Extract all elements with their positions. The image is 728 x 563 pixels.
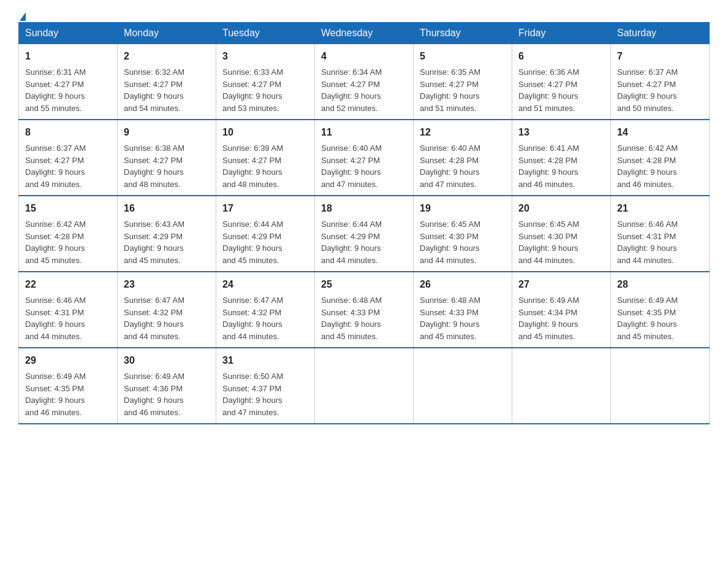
empty-day-cell: [512, 348, 611, 424]
day-number: 20: [518, 201, 604, 216]
day-cell: 21Sunrise: 6:46 AMSunset: 4:31 PMDayligh…: [611, 196, 710, 272]
day-info: Sunrise: 6:49 AMSunset: 4:35 PMDaylight:…: [617, 294, 703, 342]
weekday-header-row: SundayMondayTuesdayWednesdayThursdayFrid…: [19, 23, 710, 44]
day-info: Sunrise: 6:47 AMSunset: 4:32 PMDaylight:…: [124, 294, 210, 342]
day-number: 9: [124, 125, 210, 140]
day-info: Sunrise: 6:47 AMSunset: 4:32 PMDaylight:…: [222, 294, 308, 342]
day-number: 27: [518, 277, 604, 292]
day-cell: 3Sunrise: 6:33 AMSunset: 4:27 PMDaylight…: [216, 44, 315, 120]
calendar-week-row: 15Sunrise: 6:42 AMSunset: 4:28 PMDayligh…: [19, 196, 710, 272]
day-number: 11: [321, 125, 407, 140]
day-number: 24: [222, 277, 308, 292]
day-number: 6: [518, 49, 604, 64]
day-cell: 1Sunrise: 6:31 AMSunset: 4:27 PMDaylight…: [19, 44, 118, 120]
day-info: Sunrise: 6:43 AMSunset: 4:29 PMDaylight:…: [124, 218, 210, 266]
day-number: 2: [124, 49, 210, 64]
day-info: Sunrise: 6:37 AMSunset: 4:27 PMDaylight:…: [25, 142, 111, 190]
day-number: 29: [25, 353, 111, 368]
day-info: Sunrise: 6:31 AMSunset: 4:27 PMDaylight:…: [25, 66, 111, 114]
day-cell: 11Sunrise: 6:40 AMSunset: 4:27 PMDayligh…: [315, 120, 414, 196]
page-header: [18, 12, 710, 16]
day-number: 30: [124, 353, 210, 368]
day-info: Sunrise: 6:38 AMSunset: 4:27 PMDaylight:…: [124, 142, 210, 190]
day-cell: 6Sunrise: 6:36 AMSunset: 4:27 PMDaylight…: [512, 44, 611, 120]
logo-triangle-icon: [20, 12, 26, 21]
day-cell: 16Sunrise: 6:43 AMSunset: 4:29 PMDayligh…: [118, 196, 216, 272]
day-cell: 29Sunrise: 6:49 AMSunset: 4:35 PMDayligh…: [19, 348, 118, 424]
day-info: Sunrise: 6:50 AMSunset: 4:37 PMDaylight:…: [222, 370, 308, 418]
day-cell: 5Sunrise: 6:35 AMSunset: 4:27 PMDaylight…: [414, 44, 512, 120]
empty-day-cell: [611, 348, 710, 424]
day-info: Sunrise: 6:45 AMSunset: 4:30 PMDaylight:…: [420, 218, 506, 266]
day-info: Sunrise: 6:34 AMSunset: 4:27 PMDaylight:…: [321, 66, 407, 114]
day-info: Sunrise: 6:39 AMSunset: 4:27 PMDaylight:…: [222, 142, 308, 190]
day-info: Sunrise: 6:49 AMSunset: 4:34 PMDaylight:…: [518, 294, 604, 342]
day-info: Sunrise: 6:46 AMSunset: 4:31 PMDaylight:…: [617, 218, 703, 266]
weekday-header-monday: Monday: [118, 23, 216, 44]
day-cell: 24Sunrise: 6:47 AMSunset: 4:32 PMDayligh…: [216, 272, 315, 348]
day-info: Sunrise: 6:44 AMSunset: 4:29 PMDaylight:…: [321, 218, 407, 266]
weekday-header-saturday: Saturday: [611, 23, 710, 44]
day-info: Sunrise: 6:42 AMSunset: 4:28 PMDaylight:…: [617, 142, 703, 190]
calendar-week-row: 1Sunrise: 6:31 AMSunset: 4:27 PMDaylight…: [19, 44, 710, 120]
day-number: 15: [25, 201, 111, 216]
day-number: 16: [124, 201, 210, 216]
day-cell: 13Sunrise: 6:41 AMSunset: 4:28 PMDayligh…: [512, 120, 611, 196]
day-cell: 19Sunrise: 6:45 AMSunset: 4:30 PMDayligh…: [414, 196, 512, 272]
day-cell: 31Sunrise: 6:50 AMSunset: 4:37 PMDayligh…: [216, 348, 315, 424]
empty-day-cell: [414, 348, 512, 424]
day-number: 28: [617, 277, 703, 292]
day-cell: 25Sunrise: 6:48 AMSunset: 4:33 PMDayligh…: [315, 272, 414, 348]
day-info: Sunrise: 6:40 AMSunset: 4:27 PMDaylight:…: [321, 142, 407, 190]
day-number: 4: [321, 49, 407, 64]
day-number: 12: [420, 125, 506, 140]
calendar-table: SundayMondayTuesdayWednesdayThursdayFrid…: [18, 22, 710, 424]
day-number: 26: [420, 277, 506, 292]
weekday-header-sunday: Sunday: [19, 23, 118, 44]
day-number: 8: [25, 125, 111, 140]
day-cell: 4Sunrise: 6:34 AMSunset: 4:27 PMDaylight…: [315, 44, 414, 120]
day-cell: 22Sunrise: 6:46 AMSunset: 4:31 PMDayligh…: [19, 272, 118, 348]
weekday-header-wednesday: Wednesday: [315, 23, 414, 44]
day-cell: 17Sunrise: 6:44 AMSunset: 4:29 PMDayligh…: [216, 196, 315, 272]
day-info: Sunrise: 6:49 AMSunset: 4:35 PMDaylight:…: [25, 370, 111, 418]
day-cell: 23Sunrise: 6:47 AMSunset: 4:32 PMDayligh…: [118, 272, 216, 348]
calendar-week-row: 8Sunrise: 6:37 AMSunset: 4:27 PMDaylight…: [19, 120, 710, 196]
day-number: 14: [617, 125, 703, 140]
day-number: 17: [222, 201, 308, 216]
day-cell: 28Sunrise: 6:49 AMSunset: 4:35 PMDayligh…: [611, 272, 710, 348]
day-info: Sunrise: 6:48 AMSunset: 4:33 PMDaylight:…: [420, 294, 506, 342]
day-info: Sunrise: 6:36 AMSunset: 4:27 PMDaylight:…: [518, 66, 604, 114]
weekday-header-friday: Friday: [512, 23, 611, 44]
day-number: 25: [321, 277, 407, 292]
day-info: Sunrise: 6:49 AMSunset: 4:36 PMDaylight:…: [124, 370, 210, 418]
day-cell: 9Sunrise: 6:38 AMSunset: 4:27 PMDaylight…: [118, 120, 216, 196]
day-number: 3: [222, 49, 308, 64]
day-cell: 27Sunrise: 6:49 AMSunset: 4:34 PMDayligh…: [512, 272, 611, 348]
day-cell: 26Sunrise: 6:48 AMSunset: 4:33 PMDayligh…: [414, 272, 512, 348]
day-number: 19: [420, 201, 506, 216]
day-info: Sunrise: 6:41 AMSunset: 4:28 PMDaylight:…: [518, 142, 604, 190]
day-info: Sunrise: 6:44 AMSunset: 4:29 PMDaylight:…: [222, 218, 308, 266]
day-info: Sunrise: 6:35 AMSunset: 4:27 PMDaylight:…: [420, 66, 506, 114]
calendar-week-row: 22Sunrise: 6:46 AMSunset: 4:31 PMDayligh…: [19, 272, 710, 348]
day-number: 23: [124, 277, 210, 292]
day-number: 13: [518, 125, 604, 140]
day-number: 1: [25, 49, 111, 64]
weekday-header-tuesday: Tuesday: [216, 23, 315, 44]
day-info: Sunrise: 6:48 AMSunset: 4:33 PMDaylight:…: [321, 294, 407, 342]
empty-day-cell: [315, 348, 414, 424]
day-cell: 8Sunrise: 6:37 AMSunset: 4:27 PMDaylight…: [19, 120, 118, 196]
day-number: 21: [617, 201, 703, 216]
day-info: Sunrise: 6:33 AMSunset: 4:27 PMDaylight:…: [222, 66, 308, 114]
day-info: Sunrise: 6:37 AMSunset: 4:27 PMDaylight:…: [617, 66, 703, 114]
day-cell: 18Sunrise: 6:44 AMSunset: 4:29 PMDayligh…: [315, 196, 414, 272]
day-info: Sunrise: 6:40 AMSunset: 4:28 PMDaylight:…: [420, 142, 506, 190]
day-cell: 30Sunrise: 6:49 AMSunset: 4:36 PMDayligh…: [118, 348, 216, 424]
logo: [18, 12, 26, 16]
day-cell: 10Sunrise: 6:39 AMSunset: 4:27 PMDayligh…: [216, 120, 315, 196]
calendar-week-row: 29Sunrise: 6:49 AMSunset: 4:35 PMDayligh…: [19, 348, 710, 424]
day-cell: 7Sunrise: 6:37 AMSunset: 4:27 PMDaylight…: [611, 44, 710, 120]
day-number: 5: [420, 49, 506, 64]
day-cell: 12Sunrise: 6:40 AMSunset: 4:28 PMDayligh…: [414, 120, 512, 196]
